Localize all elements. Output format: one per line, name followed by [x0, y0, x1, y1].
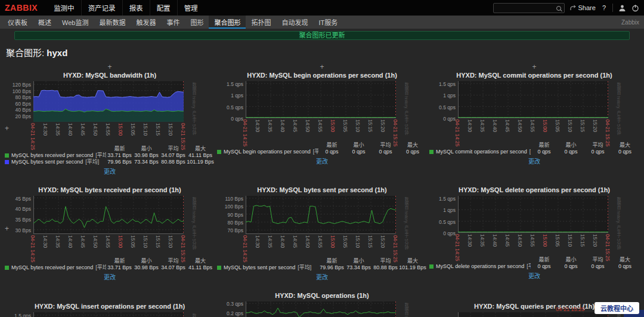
search-box[interactable]	[493, 3, 565, 13]
add-column-button[interactable]: +	[107, 64, 112, 70]
legend-value: 80.88 Bps	[372, 264, 399, 270]
x-axis-label: 15:10	[567, 234, 573, 247]
legend-header: 最大	[187, 146, 214, 152]
x-axis-label: 04-21 15:25	[392, 235, 398, 262]
tab-it-services[interactable]: IT服务	[313, 16, 343, 29]
change-link[interactable]: 更改	[316, 272, 328, 281]
tab-maps[interactable]: 拓扑图	[246, 16, 276, 29]
x-axis-label: 04-21 14:25	[242, 235, 248, 262]
screen-cell: + HYXD: MySQL bytes received per second …	[5, 179, 215, 285]
legend-value: 0 qps	[372, 149, 399, 155]
x-axis-label: 15:20	[168, 123, 174, 136]
legend-value: 0 qps	[318, 149, 345, 155]
x-axis-label: 15:15	[580, 119, 586, 132]
tab-overview[interactable]: 概述	[33, 16, 57, 29]
tab-dashboard[interactable]: 仪表板	[2, 16, 33, 29]
graph-image[interactable]: 120 Bps100 Bps80 Bps60 Bps40 Bps20 Bps数据…	[5, 81, 215, 122]
change-link[interactable]: 更改	[528, 156, 540, 165]
profile-button[interactable]	[618, 4, 626, 12]
y-axis-label: 1 qps	[217, 93, 243, 99]
graph-image[interactable]: 0.3 qps0.2 qps0.1 qps0 qps数据自 history, 产…	[217, 301, 427, 317]
legend-header: 最大	[187, 258, 214, 264]
x-axis-label: 15:05	[130, 235, 136, 248]
y-axis-label: 90 Bps	[217, 212, 243, 218]
graph-image[interactable]: 1.5 qps1 qps0.5 qps0 qps数据自 history, 产生于…	[5, 312, 215, 317]
add-column-button[interactable]: +	[532, 64, 536, 70]
y-axis-label: 45 Bps	[5, 196, 31, 202]
monitoring-nav: 仪表板 概述 Web监测 最新数据 触发器 事件 图形 聚合图形 拓扑图 自动发…	[0, 16, 644, 29]
menu-inventory[interactable]: 资产记录	[81, 0, 122, 16]
legend-header: 最小	[133, 146, 160, 152]
add-row-button[interactable]: +	[5, 224, 9, 233]
legend-value: 34.07 Bps	[160, 152, 187, 158]
tab-events[interactable]: 事件	[161, 16, 185, 29]
x-axis-label: 04-21 15:25	[605, 234, 611, 261]
y-axis-label: 80 Bps	[217, 220, 243, 226]
zabbix-logo[interactable]: ZABBIX	[5, 3, 38, 13]
tab-triggers[interactable]: 触发器	[131, 16, 161, 29]
y-axis-label: 0.2 qps	[217, 310, 243, 316]
graph-title: HYXD: MySQL commit operations per second…	[456, 72, 612, 79]
x-axis-label: 04-21 14:25	[30, 123, 36, 150]
x-axis-label: 15:20	[380, 119, 386, 132]
legend-value: 33.71 Bps	[106, 264, 133, 270]
change-link[interactable]: 更改	[104, 167, 116, 176]
legend-value: 0 qps	[558, 263, 584, 269]
change-link[interactable]: 更改	[316, 156, 328, 165]
x-axis-labels: 04-21 14:2514:3014:3514:4014:4514:5014:5…	[429, 233, 639, 257]
graph-image[interactable]: 1.5 qps1 qps0.5 qps0 qps数据自 history, 产生于…	[429, 196, 639, 233]
graph-title: HYXD: MySQL bandwidth (1h)	[63, 72, 156, 79]
x-axis-label: 14:50	[305, 235, 311, 248]
x-axis-label: 04-21 14:25	[242, 119, 248, 146]
menu-configuration[interactable]: 配置	[150, 0, 177, 16]
graph-image[interactable]: 110 Bps100 Bps90 Bps80 Bps70 Bps数据自 hist…	[217, 196, 427, 234]
x-axis-label: 14:35	[479, 119, 485, 132]
legend-series-label: MySQL begin operations per second[平均]	[217, 149, 318, 155]
help-button[interactable]: ?	[601, 4, 607, 11]
menu-reports[interactable]: 报表	[122, 0, 150, 16]
menu-administration[interactable]: 管理	[177, 0, 205, 16]
legend-series-label: MySQL bytes sent per second[平均]	[217, 264, 318, 270]
share-button[interactable]: Share	[570, 4, 596, 11]
graph-image[interactable]: 1.5 qps1 qps0.5 qps0 qps数据自 history, 产生于…	[429, 81, 639, 118]
y-axis-label: 0.5 qps	[429, 104, 456, 110]
y-axis-label: 120 Bps	[5, 82, 31, 88]
search-input[interactable]	[494, 5, 564, 14]
search-icon[interactable]	[556, 6, 562, 11]
x-axis-label: 14:55	[105, 123, 111, 136]
legend-header-spacer	[217, 258, 318, 264]
change-link[interactable]: 更改	[528, 271, 540, 280]
graph-watermark: 数据自 history, 产生于 5分钟	[191, 313, 197, 317]
add-column-button[interactable]: +	[320, 64, 324, 70]
x-axis-label: 15:20	[592, 119, 598, 132]
top-menu: 监测中 资产记录 报表 配置 管理	[47, 0, 205, 16]
y-axis-label: 80 Bps	[5, 94, 31, 100]
legend-value: 0 qps	[531, 263, 558, 269]
x-axis-label: 15:05	[342, 235, 348, 248]
logout-button[interactable]	[631, 4, 639, 12]
graph-image[interactable]: 1.5 qps1 qps0.5 qps0 qps数据自 history, 产生于…	[217, 81, 427, 118]
tab-screens[interactable]: 聚合图形	[209, 16, 246, 29]
x-axis-label: 14:55	[530, 234, 535, 247]
x-axis-label: 15:20	[380, 235, 386, 248]
legend-value: 79.96 Bps	[318, 264, 345, 270]
legend-header: 最小	[133, 258, 160, 264]
menu-monitoring[interactable]: 监测中	[47, 0, 81, 16]
legend-header-spacer	[429, 142, 531, 148]
y-axis-label: 1.5 qps	[429, 196, 456, 202]
legend-header-spacer	[217, 142, 318, 148]
add-row-button[interactable]: +	[5, 124, 9, 133]
x-axis-label: 14:35	[267, 119, 273, 132]
tab-graphs[interactable]: 图形	[185, 16, 209, 29]
x-axis-label: 14:30	[255, 119, 261, 132]
legend-value: 101.19 Bps	[187, 159, 214, 165]
x-axis-label: 15:10	[567, 119, 573, 132]
graph-image[interactable]: 45 Bps40 Bps35 Bps30 Bps数据自 history, 产生于…	[5, 196, 215, 234]
change-link[interactable]: 更改	[104, 272, 116, 281]
tab-discovery[interactable]: 自动发现	[276, 16, 313, 29]
tab-web[interactable]: Web监测	[57, 16, 94, 29]
legend-color-swatch	[5, 160, 9, 164]
x-axis-labels: 04-21 14:2514:3014:3514:4014:4514:5014:5…	[217, 234, 427, 258]
legend-value: 0 qps	[611, 263, 639, 269]
tab-latest-data[interactable]: 最新数据	[94, 16, 131, 29]
